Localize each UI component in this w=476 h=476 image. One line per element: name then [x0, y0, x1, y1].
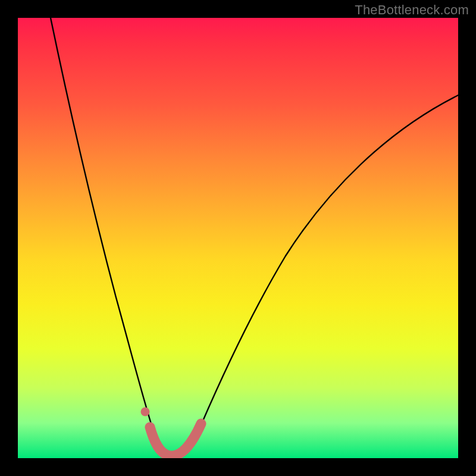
- plot-area: [18, 18, 458, 458]
- curve-svg: [18, 18, 458, 458]
- chart-frame: TheBottleneck.com: [0, 0, 476, 476]
- bottleneck-curve: [51, 18, 458, 456]
- highlight-dot: [141, 408, 150, 416]
- watermark-text: TheBottleneck.com: [355, 2, 469, 18]
- highlight-band: [150, 424, 201, 456]
